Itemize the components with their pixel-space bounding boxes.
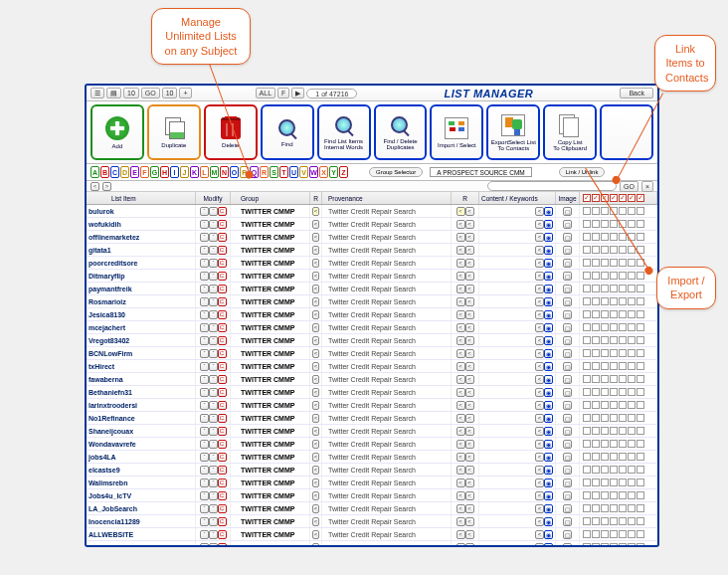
row-c-button[interactable]: C xyxy=(218,310,227,319)
row-edit-button[interactable]: ◉ xyxy=(544,233,553,242)
header-go[interactable]: GO xyxy=(141,88,160,98)
toolbar-copy-button[interactable]: Copy List To Clipboard xyxy=(543,104,597,160)
row-left-button[interactable]: < xyxy=(535,310,544,319)
col-listitem[interactable]: List Item xyxy=(87,192,196,204)
row-check-4[interactable] xyxy=(610,388,618,396)
row-check-2[interactable] xyxy=(592,272,600,280)
row-check-2[interactable] xyxy=(592,491,600,499)
row-edit-button[interactable]: ◉ xyxy=(544,349,553,358)
row-check-7[interactable] xyxy=(637,440,644,448)
row-check-6[interactable] xyxy=(628,414,636,422)
row-r2-button-1[interactable]: < xyxy=(456,479,465,487)
row-check-1[interactable] xyxy=(583,375,591,383)
row-up-button[interactable]: ˄ xyxy=(200,246,209,255)
search-go[interactable]: GO xyxy=(620,181,638,192)
row-down-button[interactable]: ˅ xyxy=(209,543,218,548)
row-check-4[interactable] xyxy=(610,272,618,280)
row-check-6[interactable] xyxy=(628,388,636,396)
row-c-button[interactable]: C xyxy=(218,388,227,397)
row-check-1[interactable] xyxy=(583,491,591,499)
alpha-X[interactable]: X xyxy=(319,166,328,178)
row-check-4[interactable] xyxy=(610,401,618,409)
row-r2-button-2[interactable]: < xyxy=(465,466,474,475)
alpha-L[interactable]: L xyxy=(200,166,209,178)
row-check-2[interactable] xyxy=(592,427,600,435)
row-image-button[interactable]: ▢ xyxy=(563,427,572,436)
table-row[interactable]: paymantfreik˄˅CTWITTER CMMP<Twitter Cred… xyxy=(87,283,657,295)
row-edit-button[interactable]: ◉ xyxy=(544,272,553,281)
row-r1-button[interactable]: < xyxy=(312,323,319,332)
row-check-3[interactable] xyxy=(601,246,609,254)
row-up-button[interactable]: ˄ xyxy=(200,401,209,410)
row-check-3[interactable] xyxy=(601,414,609,422)
row-up-button[interactable]: ˄ xyxy=(200,310,209,319)
row-left-button[interactable]: < xyxy=(535,220,544,229)
row-up-button[interactable]: ˄ xyxy=(200,362,209,371)
row-r2-button-2[interactable]: < xyxy=(465,427,474,436)
row-r1-button[interactable]: < xyxy=(312,401,319,410)
row-up-button[interactable]: ˄ xyxy=(200,336,209,345)
row-down-button[interactable]: ˅ xyxy=(209,336,218,345)
row-check-3[interactable] xyxy=(601,543,609,547)
row-check-6[interactable] xyxy=(628,297,636,305)
row-check-5[interactable] xyxy=(619,336,627,344)
row-up-button[interactable]: ˄ xyxy=(200,207,209,216)
row-image-button[interactable]: ▢ xyxy=(563,272,572,281)
row-check-7[interactable] xyxy=(637,310,644,318)
hdr-check-7[interactable]: ✓ xyxy=(637,194,644,202)
row-edit-button[interactable]: ◉ xyxy=(544,207,553,216)
row-check-4[interactable] xyxy=(610,233,618,241)
row-left-button[interactable]: < xyxy=(535,530,544,539)
row-r1-button[interactable]: < xyxy=(312,375,319,384)
row-down-button[interactable]: ˅ xyxy=(209,285,218,293)
row-image-button[interactable]: ▢ xyxy=(563,401,572,410)
row-check-3[interactable] xyxy=(601,466,609,474)
row-check-4[interactable] xyxy=(610,323,618,331)
row-left-button[interactable]: < xyxy=(535,427,544,436)
table-row[interactable]: larinxtroodersi˄˅CTWITTER CMMP<Twitter C… xyxy=(87,399,657,412)
row-left-button[interactable]: < xyxy=(535,479,544,487)
row-check-6[interactable] xyxy=(628,220,636,228)
row-check-5[interactable] xyxy=(619,207,627,215)
row-c-button[interactable]: C xyxy=(218,207,227,216)
row-r1-button[interactable]: < xyxy=(312,220,319,229)
alpha-H[interactable]: H xyxy=(160,166,169,178)
alpha-B[interactable]: B xyxy=(100,166,109,178)
row-check-5[interactable] xyxy=(619,530,627,538)
alpha-N[interactable]: N xyxy=(220,166,229,178)
row-c-button[interactable]: C xyxy=(218,414,227,423)
row-check-6[interactable] xyxy=(628,259,636,267)
alpha-A[interactable]: A xyxy=(91,166,99,178)
header-icon-2[interactable]: ▤ xyxy=(106,88,121,98)
row-down-button[interactable]: ˅ xyxy=(209,427,218,436)
table-row[interactable]: wofukidih˄˅CTWITTER CMMP<Twitter Credit … xyxy=(87,218,657,231)
row-r2-button-2[interactable]: < xyxy=(465,491,474,500)
row-check-3[interactable] xyxy=(601,233,609,241)
row-r1-button[interactable]: < xyxy=(312,285,319,293)
toolbar-dup-button[interactable]: Duplicate xyxy=(147,104,201,160)
row-check-5[interactable] xyxy=(619,388,627,396)
col-image[interactable]: Image xyxy=(556,192,580,204)
header-ten[interactable]: 10 xyxy=(123,88,139,98)
row-r2-button-1[interactable]: < xyxy=(456,285,465,293)
row-r2-button-2[interactable]: < xyxy=(465,440,474,449)
alpha-Z[interactable]: Z xyxy=(339,166,348,178)
row-left-button[interactable]: < xyxy=(535,297,544,306)
row-up-button[interactable]: ˄ xyxy=(200,272,209,281)
row-left-button[interactable]: < xyxy=(535,466,544,475)
row-down-button[interactable]: ˅ xyxy=(209,414,218,423)
search-clear[interactable]: × xyxy=(641,181,653,192)
row-check-1[interactable] xyxy=(583,414,591,422)
toolbar-add-button[interactable]: Add xyxy=(91,104,144,160)
row-check-7[interactable] xyxy=(637,427,644,435)
row-image-button[interactable]: ▢ xyxy=(563,233,572,242)
row-r2-button-1[interactable]: < xyxy=(456,233,465,242)
row-check-4[interactable] xyxy=(610,453,618,461)
row-check-4[interactable] xyxy=(610,479,618,486)
row-r2-button-2[interactable]: < xyxy=(465,479,474,487)
row-c-button[interactable]: C xyxy=(218,349,227,358)
table-row[interactable]: Walimsrebn˄˅CTWITTER CMMP<Twitter Credit… xyxy=(87,477,657,489)
row-check-1[interactable] xyxy=(583,349,591,357)
table-row[interactable]: BCNLowFirm˄˅CTWITTER CMMP<Twitter Credit… xyxy=(87,347,657,360)
row-left-button[interactable]: < xyxy=(535,207,544,216)
